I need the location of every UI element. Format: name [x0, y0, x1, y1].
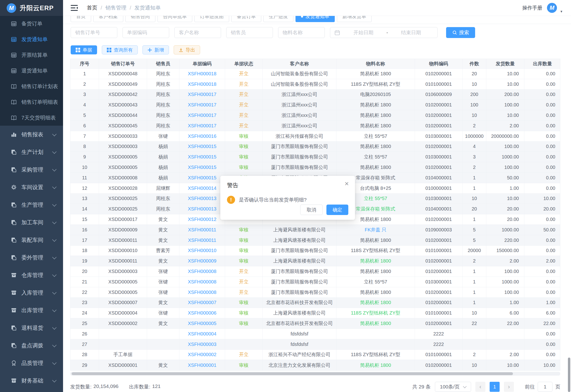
- document-button[interactable]: 单据: [71, 45, 97, 55]
- cell-doc-code[interactable]: XSFH000015: [179, 173, 225, 183]
- table-row[interactable]: 2XSDD000049周桂东XSFH000018开立山河智能装备股份有限公司11…: [70, 79, 560, 90]
- cell-doc-code[interactable]: XSFH000009: [179, 256, 225, 266]
- filter-input-销售订单号[interactable]: [71, 27, 117, 38]
- sidebar-item-生产管理[interactable]: 生产管理: [0, 196, 63, 214]
- sidebar-item-销售订单明细表[interactable]: 销售订单明细表: [0, 94, 63, 110]
- cell-doc-code[interactable]: XSFH000012: [179, 214, 225, 224]
- filter-input-物料名称[interactable]: [278, 27, 325, 38]
- table-row[interactable]: 9XSDD000005杨娟XSFH000015审核厦门市黑眼睛服饰有限公司立柱 …: [70, 152, 560, 162]
- sidebar-item-出库管理[interactable]: 出库管理: [0, 301, 63, 319]
- sidebar-item-品质管理[interactable]: 品质管理: [0, 354, 63, 372]
- search-button[interactable]: 搜索: [446, 27, 475, 38]
- current-page-button[interactable]: 1: [490, 382, 500, 392]
- table-row[interactable]: 27XSFH000003fdsfdsfsf22220.00: [70, 339, 560, 350]
- avatar[interactable]: M: [547, 3, 557, 13]
- filter-input-销售员[interactable]: [226, 27, 273, 38]
- table-row[interactable]: 7XSDD000033张键XSFH000016审核浙江裕兴传媒有限公司立柱 55…: [70, 131, 560, 141]
- export-button[interactable]: 导出: [174, 45, 200, 55]
- sidebar-item-盘点调拨[interactable]: 盘点调拨: [0, 337, 63, 354]
- tab-首页[interactable]: 首页: [71, 16, 91, 22]
- cell-doc-code[interactable]: XSFH000002: [179, 350, 225, 360]
- page-size-select[interactable]: 100条/页: [435, 382, 471, 392]
- sidebar-item-仓库管理[interactable]: 仓库管理: [0, 266, 63, 284]
- cell-doc-code[interactable]: XSFH000018: [179, 79, 225, 89]
- cell-doc-code[interactable]: XSFH000016: [179, 131, 225, 141]
- cell-doc-code[interactable]: XSFH000007: [179, 298, 225, 308]
- table-row[interactable]: 18XSDD000010曹素芳XSFH000010审核厦门市黑眼睛服饰有限公司1…: [70, 246, 560, 256]
- cell-doc-code[interactable]: XSFH000011: [179, 235, 225, 245]
- table-row[interactable]: 29XSDD000001黄文XSFH000001审核北京注意力文化发展有限公司简…: [70, 360, 560, 370]
- start-date-placeholder[interactable]: 开始日期: [341, 29, 385, 36]
- manual-link[interactable]: 操作手册: [522, 4, 542, 11]
- sidebar-item-销售订单计划表[interactable]: 销售订单计划表: [0, 79, 63, 94]
- sidebar-item-车间设置[interactable]: 车间设置: [0, 178, 63, 196]
- table-row[interactable]: 16XSDD000009黄文XSFH000011审核上海避风塘茶楼有限公司FK井…: [70, 225, 560, 235]
- breadcrumb-item[interactable]: 首页: [87, 4, 97, 11]
- sidebar-item-销售报表[interactable]: 销售报表: [0, 126, 63, 143]
- tab-新增发货单[interactable]: 新增发货单: [337, 16, 372, 22]
- query-all-button[interactable]: 查询所有: [102, 45, 138, 55]
- chevron-down-icon[interactable]: ▼: [560, 10, 563, 13]
- table-row[interactable]: 1XSDD000048周桂东XSFH000018开立山河智能装备股份有限公司简易…: [70, 69, 560, 79]
- cell-doc-code[interactable]: XSFH000015: [179, 141, 225, 152]
- sidebar-item-采购管理[interactable]: 采购管理: [0, 161, 63, 178]
- tab-客户档案[interactable]: 客户档案: [93, 16, 123, 22]
- sidebar-item-发货通知单[interactable]: 发货通知单: [0, 32, 63, 47]
- sidebar-item-装配车间[interactable]: 装配车间: [0, 231, 63, 249]
- collapse-sidebar-icon[interactable]: [71, 5, 78, 11]
- close-icon[interactable]: ×: [345, 180, 349, 187]
- table-row[interactable]: 4XSDD000043周桂东XSFH000017开立浙江温州xxx公司简易机柜 …: [70, 100, 560, 110]
- table-row[interactable]: 21XSDD000005张键XSFH000008开立厦门市黑眼睛服饰有限公司立柱…: [70, 277, 560, 287]
- table-row[interactable]: 22XSDD000005张键XSFH000008开立厦门市黑眼睛服饰有限公司简易…: [70, 287, 560, 298]
- horizontal-scrollbar-thumb[interactable]: [72, 372, 513, 375]
- vertical-scrollbar-thumb[interactable]: [568, 358, 570, 392]
- date-range-picker[interactable]: 开始日期 - 结束日期: [330, 27, 437, 38]
- cell-doc-code[interactable]: XSFH000013: [179, 204, 225, 214]
- tab-发货通知单[interactable]: 发货通知单: [296, 16, 335, 22]
- sidebar-item-退货通知单[interactable]: 退货通知单: [0, 63, 63, 79]
- cell-doc-code[interactable]: XSFH000013: [179, 194, 225, 204]
- tab-订单进度图[interactable]: 订单进度图: [194, 16, 229, 22]
- cell-doc-code[interactable]: XSFH000011: [179, 225, 225, 235]
- sidebar-item-生产计划[interactable]: 生产计划: [0, 143, 63, 161]
- goto-page-input[interactable]: [538, 382, 553, 392]
- table-row[interactable]: 10XSDD000005杨娟XSFH000015审核厦门市黑眼睛服饰有限公司简易…: [70, 162, 560, 173]
- cell-doc-code[interactable]: XSFH000015: [179, 162, 225, 172]
- table-row[interactable]: 28手工单据XSFH000002开立浙江裕兴不动产经纪有限公司118S ZY型纸…: [70, 350, 560, 360]
- cell-doc-code[interactable]: XSFH000017: [179, 90, 225, 100]
- table-row[interactable]: 24XSDD000004张键XSFH000006审核上海避风塘茶楼有限公司118…: [70, 308, 560, 318]
- sidebar-item-开票结算单[interactable]: 开票结算单: [0, 47, 63, 63]
- cell-doc-code[interactable]: XSFH000018: [179, 69, 225, 79]
- table-row[interactable]: 23XSDD000007黄文XSFH000007审核北京都市花语科技开发有限公司…: [70, 298, 560, 308]
- cell-doc-code[interactable]: XSFH000008: [179, 266, 225, 277]
- cancel-button[interactable]: 取消: [300, 205, 323, 215]
- table-row[interactable]: 19XSDD000011黄文XSFH000009审核上海避风塘茶楼有限公司简易机…: [70, 256, 560, 266]
- cell-doc-code[interactable]: XSFH000008: [179, 277, 225, 287]
- sidebar-item-加工车间[interactable]: 加工车间: [0, 214, 63, 231]
- table-row[interactable]: 8XSDD000003杨娟XSFH000015审核厦门市黑眼睛服饰有限公司简易机…: [70, 141, 560, 152]
- confirm-button[interactable]: 确定: [326, 205, 348, 215]
- cell-doc-code[interactable]: XSFH000005: [179, 318, 225, 329]
- table-row[interactable]: 25XSDD000002黄文XSFH000005审核北京都市花语科技开发有限公司…: [70, 318, 560, 329]
- sidebar-item-7天交货明细表[interactable]: 7天交货明细表: [0, 110, 63, 126]
- tab-销售合同[interactable]: 销售合同: [125, 16, 155, 22]
- table-row[interactable]: 6XSDD000045周桂东XSFH000017开立浙江温州xxx公司简易机柜 …: [70, 121, 560, 131]
- prev-page-button[interactable]: ‹: [475, 382, 485, 392]
- add-button[interactable]: 新增: [143, 45, 169, 55]
- table-row[interactable]: 17XSDD000011黄文XSFH000011审核上海避风塘茶楼有限公司简易机…: [70, 235, 560, 246]
- cell-doc-code[interactable]: XSFH000006: [179, 308, 225, 318]
- table-row[interactable]: 3XSDD000042周桂东XSFH000017开立浙江温州xxx公司电脑202…: [70, 90, 560, 100]
- table-row[interactable]: 20XSDD000003张键XSFH000008开立厦门市黑眼睛服饰有限公司简易…: [70, 266, 560, 277]
- sidebar-item-财务基础[interactable]: 财务基础: [0, 372, 63, 389]
- cell-doc-code[interactable]: XSFH000001: [179, 360, 225, 370]
- cell-doc-code[interactable]: XSFH000015: [179, 152, 225, 162]
- filter-input-单据编码[interactable]: [122, 27, 169, 38]
- sidebar-item-退料退货[interactable]: 退料退货: [0, 319, 63, 337]
- sidebar-item-入库管理[interactable]: 入库管理: [0, 284, 63, 301]
- next-page-button[interactable]: ›: [504, 382, 514, 392]
- end-date-placeholder[interactable]: 结束日期: [389, 29, 433, 36]
- cell-doc-code[interactable]: XSFH000017: [179, 110, 225, 120]
- sidebar-item-委外管理[interactable]: 委外管理: [0, 249, 63, 266]
- table-row[interactable]: 5XSDD000044周桂东XSFH000017开立浙江温州xxx公司简易机柜 …: [70, 110, 560, 121]
- tab-备货订单[interactable]: 备货订单: [231, 16, 261, 22]
